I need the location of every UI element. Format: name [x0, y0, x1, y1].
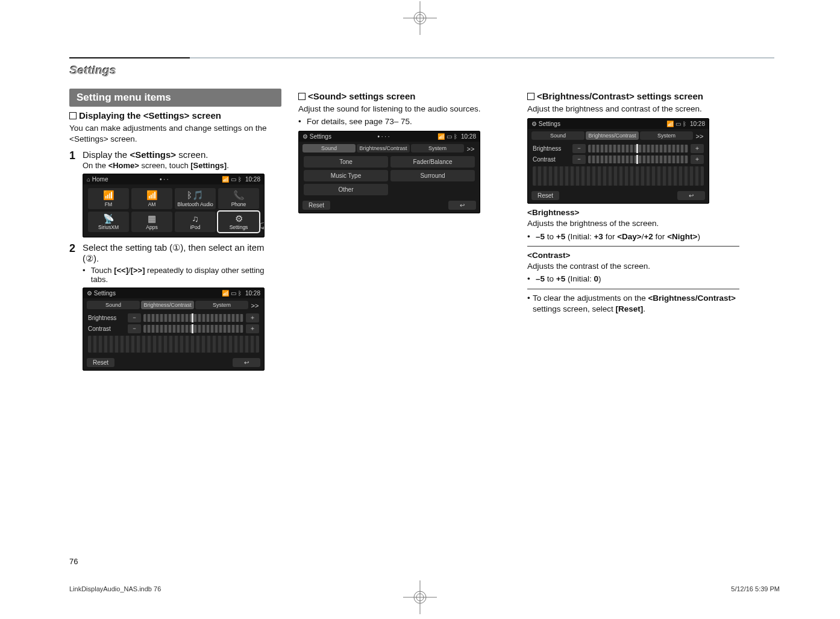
tab-system: System: [411, 144, 464, 152]
tab-sound: Sound: [531, 131, 585, 140]
square-bullet-icon: [69, 112, 77, 119]
reset-button-in-shot: Reset: [302, 201, 330, 210]
section-title: Settings Settings: [69, 63, 116, 77]
tab-brightness-contrast: Brightness/Contrast: [357, 144, 410, 152]
contrast-range: •–5 to +5 (Initial: 0): [527, 274, 739, 284]
home-cell-am: 📶AM: [131, 188, 172, 209]
square-bullet-icon: [527, 93, 534, 100]
sound-para: Adjust the sound for listening to the au…: [298, 104, 510, 115]
reset-button-in-shot: Reset: [87, 358, 114, 367]
home-cell-apps: ▦Apps: [131, 212, 172, 233]
footer-date: 5/12/16 5:39 PM: [731, 585, 780, 592]
btn-music-type: Music Type: [304, 170, 388, 181]
column-2: <Sound> settings screen Adjust the sound…: [298, 89, 510, 371]
brightness-heading: <Brightness>: [527, 207, 739, 218]
column-3: <Brightness/Contrast> settings screen Ad…: [527, 89, 739, 371]
bluetooth-icon: ᛒ: [238, 176, 242, 183]
row-brightness: Brightness－＋: [533, 144, 704, 153]
tab-sound: Sound: [87, 301, 140, 309]
row-contrast: Contrast－＋: [88, 324, 259, 333]
content-columns: Setting menu items Displaying the <Setti…: [69, 89, 780, 371]
step-1: 1 Display the <Settings> screen. On the …: [69, 149, 281, 170]
step-2: 2 Select the setting tab (①), then selec…: [69, 242, 281, 284]
square-bullet-icon: [298, 93, 306, 100]
tabs-next-icon: >>: [249, 301, 260, 309]
back-icon: ↩: [677, 191, 705, 200]
signal-icon: 📶: [222, 176, 229, 183]
section-heading-box: Setting menu items: [69, 89, 281, 107]
btn-fader-balance: Fader/Balance: [390, 156, 475, 168]
brightness-text: Adjusts the brightness of the screen.: [527, 218, 739, 229]
home-cell-siriusxm: 📡SiriusXM: [88, 212, 129, 233]
home-cell-phone: 📞Phone: [218, 188, 259, 209]
home-cell-ipod: ♫iPod: [175, 212, 216, 233]
plus-icon: ＋: [246, 313, 259, 322]
registration-mark-bottom: [402, 579, 438, 615]
step-2-bullet: •Touch [<<]/[>>] repeatedly to display o…: [83, 266, 281, 284]
tab-brightness-contrast: Brightness/Contrast: [586, 131, 639, 140]
screenshot-home: ⌂ Home • · · 📶▭ᛒ 10:28 📶FM📶AMᛒ🎵Bluetooth…: [83, 174, 265, 237]
screenshot-tabs-callouts: ⚙ Settings 📶▭ᛒ 10:28 Sound Brightness/Co…: [83, 288, 265, 371]
column-1: Setting menu items Displaying the <Setti…: [69, 89, 281, 371]
tap-hand-icon: ☟: [260, 220, 265, 236]
reset-button-in-shot: Reset: [531, 191, 559, 200]
btn-other: Other: [304, 184, 388, 195]
page-number: 76: [69, 557, 78, 566]
battery-icon: ▭: [231, 176, 236, 183]
step-number: 2: [69, 242, 83, 284]
row-brightness: Brightness－＋: [88, 313, 259, 322]
tab-system: System: [195, 301, 248, 309]
brightness-range: •–5 to +5 (Initial: +3 for <Day>/+2 for …: [527, 231, 739, 242]
screenshot-brightness-contrast: ⚙ Settings 📶▭ᛒ 10:28 Sound Brightness/Co…: [527, 118, 709, 204]
screenshot-sound-settings: ⚙ Settings • · · · 📶▭ᛒ 10:28 Sound Brigh…: [298, 131, 480, 213]
clear-note: •To clear the adjustments on the <Bright…: [527, 293, 739, 315]
btn-tone: Tone: [304, 156, 388, 168]
minus-icon: －: [128, 313, 141, 322]
home-cell-settings: ⚙Settings: [218, 212, 259, 233]
contrast-heading: <Contrast>: [527, 250, 739, 261]
subheading-brightness-contrast: <Brightness/Contrast> settings screen: [527, 91, 739, 101]
bc-para: Adjust the brightness and contrast of th…: [527, 104, 739, 115]
home-cell-fm: 📶FM: [88, 188, 129, 209]
row-contrast: Contrast－＋: [533, 155, 704, 164]
footer-filename: LinkDisplayAudio_NAS.indb 76: [69, 585, 161, 592]
back-icon: ↩: [448, 201, 476, 210]
tab-system: System: [640, 131, 693, 140]
btn-surround: Surround: [390, 170, 475, 181]
header-rule: [69, 57, 774, 58]
tab-sound: Sound: [302, 144, 356, 152]
home-cell-bluetooth-audio: ᛒ🎵Bluetooth Audio: [175, 188, 216, 209]
step-number: 1: [69, 149, 83, 170]
tab-brightness-contrast: Brightness/Contrast: [141, 301, 194, 309]
intro-text: You can make adjustments and change sett…: [69, 123, 281, 145]
back-icon: ↩: [233, 358, 260, 367]
step-1-sub: On the <Home> screen, touch [Settings].: [83, 161, 281, 170]
subheading-sound-settings: <Sound> settings screen: [298, 91, 510, 101]
home-icon: ⌂: [87, 176, 90, 183]
contrast-text: Adjusts the contrast of the screen.: [527, 261, 739, 272]
subheading-displaying-settings: Displaying the <Settings> screen: [69, 110, 281, 121]
manual-page: Settings Settings Setting menu items Dis…: [0, 0, 840, 619]
registration-mark-top: [402, 0, 438, 36]
sound-details-bullet: •For details, see page 73– 75.: [298, 116, 510, 127]
